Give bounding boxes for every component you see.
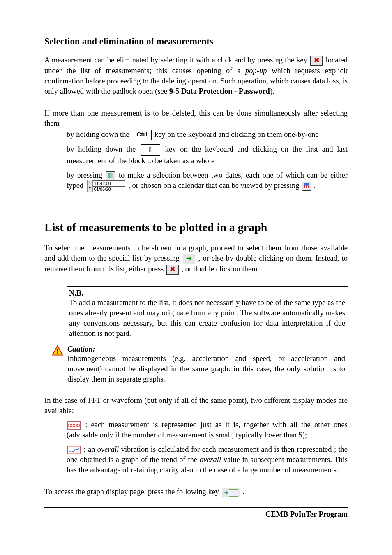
ctrl-key-icon: Ctrl: [132, 130, 152, 140]
text-italic: overall: [200, 456, 221, 464]
spin-down-icon[interactable]: ▼: [87, 186, 93, 192]
caution-title: Caution:: [67, 345, 345, 354]
text: , or double click on them.: [182, 265, 260, 273]
text: To access the graph display page, press …: [44, 488, 219, 496]
waveform-icon[interactable]: [67, 421, 81, 430]
add-icon[interactable]: [183, 254, 195, 264]
calendar-icon[interactable]: [302, 182, 311, 191]
list-item: by holding down the Ctrl key on the keyb…: [67, 130, 348, 141]
body-text: If more than one measurement is to be de…: [44, 108, 348, 129]
text: -5: [173, 87, 179, 95]
text: A measurement can be eliminated by selec…: [44, 56, 307, 64]
delete-icon[interactable]: [310, 56, 323, 66]
text: .: [242, 488, 244, 496]
body-text: To access the graph display page, press …: [44, 487, 348, 497]
graph-display-icon[interactable]: [222, 488, 240, 497]
text: ).: [270, 87, 274, 95]
text: by holding down the: [67, 130, 129, 139]
text: , or chosen on a calendar that can be vi…: [128, 182, 299, 190]
text-italic: overall: [97, 445, 119, 453]
body-text: In the case of FFT or waveform (but only…: [44, 395, 348, 416]
text: : each measurement is represented just a…: [67, 421, 348, 439]
trend-icon[interactable]: [67, 446, 81, 454]
text: .: [314, 182, 316, 190]
list-item: : an overall vibration is calculated for…: [67, 444, 348, 475]
body-text: A measurement can be eliminated by selec…: [44, 55, 348, 97]
date-value[interactable]: 01/06/20: [93, 186, 125, 192]
caution-body: Inhomogeneous measurements (e.g. acceler…: [67, 354, 345, 384]
text: by pressing: [67, 171, 102, 179]
shift-key-icon: ⇧: [141, 144, 160, 156]
body-text: To select the measurements to be shown i…: [44, 243, 348, 274]
note-body: To add a measurement to the list, it doe…: [69, 298, 345, 339]
remove-icon[interactable]: [166, 265, 179, 275]
list-item: : each measurement is represented just a…: [67, 420, 348, 440]
text: by holding down the: [67, 146, 136, 154]
section-heading-2: List of measurements to be plotted in a …: [44, 221, 348, 234]
section-heading-1: Selection and elimination of measurement…: [44, 36, 348, 47]
ref-title: Data Protection - Password: [181, 87, 270, 95]
caution-box: ! Caution: Inhomogeneous measurements (e…: [67, 342, 348, 388]
text: : an: [83, 445, 95, 453]
text-italic: pop-up: [245, 67, 267, 75]
ref-number: 9: [169, 87, 173, 95]
date-range-icon[interactable]: [106, 171, 115, 180]
text: key on the keyboard and clicking on them…: [154, 130, 319, 139]
note-title: N.B.: [69, 289, 345, 298]
datetime-input[interactable]: ▲11.42.00 ▼01/06/20: [87, 180, 125, 192]
warning-icon: !: [52, 345, 63, 356]
note-box: N.B. To add a measurement to the list, i…: [67, 286, 348, 342]
time-value[interactable]: 11.42.00: [93, 180, 125, 186]
page-footer: CEMB PoInTer Program: [44, 507, 348, 519]
svg-text:!: !: [56, 348, 58, 355]
list-item: by pressing to make a selection between …: [67, 170, 348, 192]
list-item: by holding down the ⇧ key on the keyboar…: [67, 144, 348, 166]
